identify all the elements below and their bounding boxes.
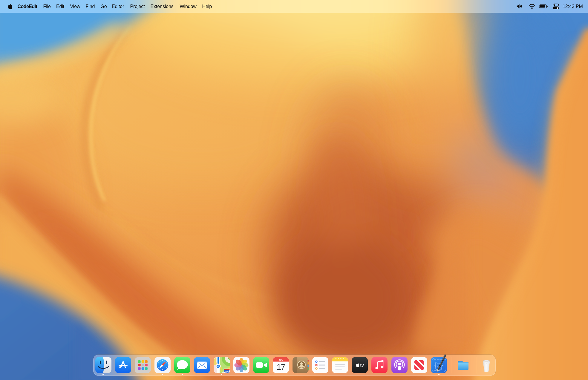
svg-text:JUL: JUL xyxy=(279,358,283,361)
svg-text:tv: tv xyxy=(360,362,365,368)
svg-text:17: 17 xyxy=(277,363,285,372)
svg-text:280: 280 xyxy=(225,371,229,373)
